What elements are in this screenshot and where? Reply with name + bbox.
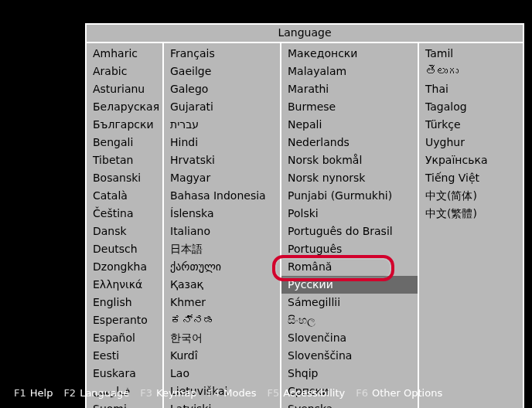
language-item[interactable]: Lao [164, 365, 280, 382]
fn-label: Accessibility [283, 387, 345, 399]
language-item[interactable]: 中文(简体) [419, 187, 518, 205]
language-item[interactable]: Kurdî [164, 347, 280, 365]
language-item[interactable]: 한국어 [164, 329, 280, 347]
language-item[interactable]: Burmese [281, 98, 418, 116]
fn-label: Other Options [372, 387, 442, 399]
language-item[interactable]: Svenska [281, 400, 418, 408]
language-item[interactable]: Polski [281, 205, 418, 223]
language-item[interactable]: Español [87, 329, 162, 347]
language-item[interactable]: Português do Brasil [281, 223, 418, 240]
language-item[interactable]: Українська [419, 151, 518, 169]
language-item[interactable]: Malayalam [281, 63, 418, 80]
language-col-2: FrançaisGaeilgeGalegoGujaratiעבריתHindiH… [162, 43, 280, 408]
fn-key: F5 [267, 387, 279, 399]
fn-key: F4 [208, 387, 220, 399]
language-item[interactable]: Türkçe [419, 116, 518, 134]
language-panel: Language AmharicArabicAsturianuБеларуска… [85, 23, 524, 408]
fn-key: F2 [63, 387, 76, 399]
language-item[interactable]: Shqip [281, 365, 418, 382]
language-item[interactable]: Hindi [164, 134, 280, 151]
language-item[interactable]: Punjabi (Gurmukhi) [281, 187, 418, 205]
language-item[interactable]: Nederlands [281, 134, 418, 151]
language-item[interactable]: Tibetan [87, 151, 162, 169]
fn-f1[interactable]: F1Help [14, 387, 53, 399]
language-item[interactable]: Latviski [164, 400, 280, 408]
language-item[interactable]: 日本語 [164, 240, 280, 258]
fn-key: F6 [356, 387, 368, 399]
language-item[interactable]: Euskara [87, 365, 162, 382]
language-item[interactable]: Suomi [87, 400, 162, 408]
language-item[interactable]: Galego [164, 80, 280, 98]
language-item[interactable]: עברית [164, 116, 280, 134]
language-item[interactable]: Български [87, 116, 162, 134]
language-item[interactable]: Gaeilge [164, 63, 280, 80]
fn-label: Keymap [156, 387, 196, 399]
fn-f6[interactable]: F6Other Options [356, 387, 442, 399]
language-item[interactable]: Deutsch [87, 240, 162, 258]
language-item[interactable]: Hrvatski [164, 151, 280, 169]
language-item[interactable]: Asturianu [87, 80, 162, 98]
language-item[interactable]: Tagalog [419, 98, 518, 116]
fn-f2[interactable]: F2Language [63, 387, 129, 399]
language-item[interactable]: Français [164, 45, 280, 63]
language-item[interactable]: Čeština [87, 205, 162, 223]
language-item[interactable]: Slovenčina [281, 329, 418, 347]
language-item[interactable]: Bosanski [87, 169, 162, 187]
language-item[interactable]: Marathi [281, 80, 418, 98]
language-item[interactable]: Arabic [87, 63, 162, 80]
language-item[interactable]: తెలుగు [419, 63, 518, 80]
language-item[interactable]: ქართული [164, 258, 280, 276]
fn-f3[interactable]: F3Keymap [140, 387, 196, 399]
language-item[interactable]: Gujarati [164, 98, 280, 116]
language-item[interactable]: Italiano [164, 223, 280, 240]
language-col-1: AmharicArabicAsturianuБеларускаяБългарск… [87, 43, 162, 408]
panel-title: Language [87, 25, 523, 43]
language-col-4: TamilతెలుగుThaiTagalogTürkçeUyghurУкраїн… [418, 43, 518, 408]
language-item[interactable]: Nepali [281, 116, 418, 134]
language-columns: AmharicArabicAsturianuБеларускаяБългарск… [87, 43, 523, 408]
language-item[interactable]: Беларуская [87, 98, 162, 116]
language-item[interactable]: Norsk nynorsk [281, 169, 418, 187]
language-item[interactable]: Қазақ [164, 276, 280, 294]
language-item[interactable]: Tiếng Việt [419, 169, 518, 187]
fn-label: Help [30, 387, 53, 399]
language-item[interactable]: Català [87, 187, 162, 205]
language-col-3: МакедонскиMalayalamMarathiBurmeseNepaliN… [280, 43, 418, 408]
function-key-bar: F1HelpF2LanguageF3KeymapF4ModesF5Accessi… [14, 387, 524, 399]
language-item[interactable]: Dansk [87, 223, 162, 240]
language-item[interactable]: Русский [281, 276, 418, 294]
language-item[interactable]: Thai [419, 80, 518, 98]
language-item[interactable]: Sámegillii [281, 294, 418, 311]
language-item[interactable]: Uyghur [419, 134, 518, 151]
language-item[interactable]: Română [281, 258, 418, 276]
language-item[interactable]: Khmer [164, 294, 280, 311]
fn-label: Language [80, 387, 129, 399]
language-item[interactable]: Македонски [281, 45, 418, 63]
fn-f5[interactable]: F5Accessibility [267, 387, 345, 399]
language-item[interactable]: Esperanto [87, 311, 162, 329]
language-item[interactable]: Norsk bokmål [281, 151, 418, 169]
language-item[interactable]: Bahasa Indonesia [164, 187, 280, 205]
language-item[interactable]: Magyar [164, 169, 280, 187]
fn-key: F1 [14, 387, 26, 399]
language-item[interactable]: English [87, 294, 162, 311]
language-item[interactable]: සිංහල [281, 311, 418, 329]
language-item[interactable]: Eesti [87, 347, 162, 365]
language-item[interactable]: Português [281, 240, 418, 258]
fn-key: F3 [140, 387, 152, 399]
language-item[interactable]: Slovenščina [281, 347, 418, 365]
fn-label: Modes [223, 387, 256, 399]
language-item[interactable]: Bengali [87, 134, 162, 151]
language-item[interactable]: Dzongkha [87, 258, 162, 276]
fn-f4[interactable]: F4Modes [208, 387, 257, 399]
language-item[interactable]: Tamil [419, 45, 518, 63]
language-item[interactable]: Íslenska [164, 205, 280, 223]
language-item[interactable]: Ελληνικά [87, 276, 162, 294]
language-item[interactable]: 中文(繁體) [419, 205, 518, 223]
language-item[interactable]: ಕನ್ನಡ [164, 311, 280, 329]
language-item[interactable]: Amharic [87, 45, 162, 63]
